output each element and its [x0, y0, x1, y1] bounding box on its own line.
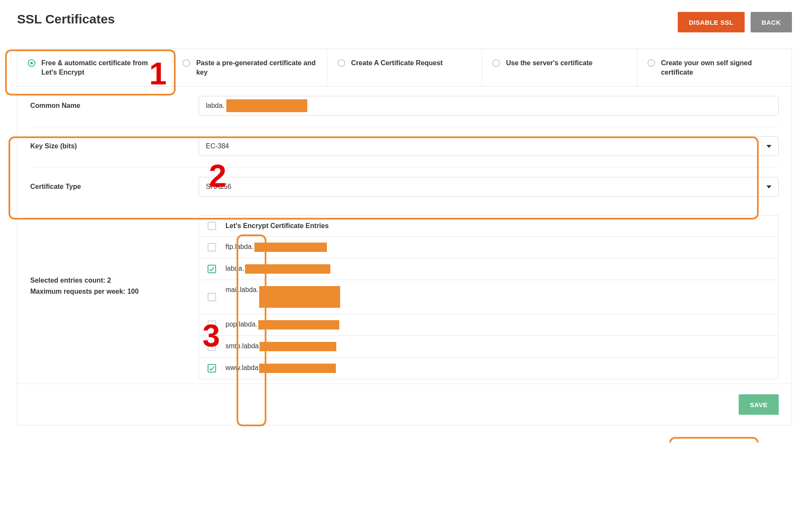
- key-size-value: EC-384: [206, 142, 229, 150]
- entries-header-label: Let's Encrypt Certificate Entries: [225, 222, 329, 230]
- radio-icon: [338, 59, 345, 67]
- entry-prefix: smtp.labda: [225, 342, 259, 350]
- selected-entries-count: Selected entries count: 2: [30, 275, 199, 286]
- common-name-input[interactable]: labda.: [199, 96, 779, 116]
- redacted-block: [259, 364, 336, 373]
- chevron-down-icon: [766, 145, 771, 148]
- entry-checkbox[interactable]: [208, 265, 216, 273]
- tab-lets-encrypt[interactable]: Free & automatic certificate from Let's …: [17, 49, 172, 86]
- save-button[interactable]: SAVE: [739, 394, 779, 415]
- entry-prefix: pop.labda.: [225, 321, 257, 328]
- entry-checkbox[interactable]: [208, 364, 216, 373]
- redacted-block: [254, 243, 327, 252]
- redacted-block: [245, 264, 330, 274]
- tab-label: Create your own self signed certificate: [661, 58, 781, 77]
- common-name-label: Common Name: [30, 102, 199, 110]
- select-all-checkbox[interactable]: [208, 222, 216, 230]
- table-row: www.labda: [199, 358, 778, 379]
- cert-type-value: SHA256: [206, 183, 231, 191]
- entry-checkbox[interactable]: [208, 243, 216, 252]
- table-row: ftp.labda.: [199, 237, 778, 258]
- radio-icon: [182, 59, 190, 67]
- disable-ssl-button[interactable]: DISABLE SSL: [678, 12, 745, 32]
- tab-self-signed[interactable]: Create your own self signed certificate: [637, 49, 792, 86]
- redacted-block: [260, 342, 336, 351]
- entries-table: Let's Encrypt Certificate Entries ftp.la…: [199, 215, 779, 379]
- entry-checkbox[interactable]: [208, 321, 216, 329]
- key-size-select[interactable]: EC-384: [199, 136, 779, 156]
- redacted-block: [259, 286, 340, 308]
- entry-checkbox[interactable]: [208, 342, 216, 351]
- radio-icon: [492, 59, 500, 67]
- page-title: SSL Certificates: [17, 12, 115, 26]
- redacted-block: [226, 99, 307, 112]
- cert-type-select[interactable]: SHA256: [199, 177, 779, 197]
- tab-label: Free & automatic certificate from Let's …: [41, 58, 162, 77]
- key-size-label: Key Size (bits): [30, 142, 199, 150]
- entry-prefix: labda.: [225, 265, 244, 272]
- tab-create-csr[interactable]: Create A Certificate Request: [327, 49, 482, 86]
- radio-icon: [28, 59, 35, 67]
- common-name-value: labda.: [206, 102, 225, 110]
- chevron-down-icon: [766, 185, 771, 188]
- table-row: mail.labda.: [199, 280, 778, 314]
- cert-type-label: Certificate Type: [30, 183, 199, 191]
- redacted-block: [258, 320, 339, 330]
- table-row: labda.: [199, 258, 778, 280]
- entry-prefix: mail.labda.: [225, 286, 258, 293]
- max-requests-per-week: Maximum requests per week: 100: [30, 286, 199, 297]
- radio-icon: [647, 59, 655, 67]
- entry-prefix: www.labda: [225, 364, 258, 371]
- tab-server-cert[interactable]: Use the server's certificate: [482, 49, 637, 86]
- table-header-row: Let's Encrypt Certificate Entries: [199, 216, 778, 237]
- tab-label: Use the server's certificate: [506, 58, 592, 68]
- tab-label: Create A Certificate Request: [351, 58, 443, 68]
- table-row: smtp.labda: [199, 336, 778, 358]
- ssl-method-tabs: Free & automatic certificate from Let's …: [17, 49, 792, 86]
- entry-checkbox[interactable]: [208, 293, 216, 301]
- entry-prefix: ftp.labda.: [225, 243, 254, 250]
- table-row: pop.labda.: [199, 314, 778, 336]
- back-button[interactable]: BACK: [751, 12, 792, 32]
- annotation-box-4: [669, 437, 759, 442]
- tab-paste-cert[interactable]: Paste a pre-generated certificate and ke…: [172, 49, 327, 86]
- tab-label: Paste a pre-generated certificate and ke…: [196, 58, 316, 77]
